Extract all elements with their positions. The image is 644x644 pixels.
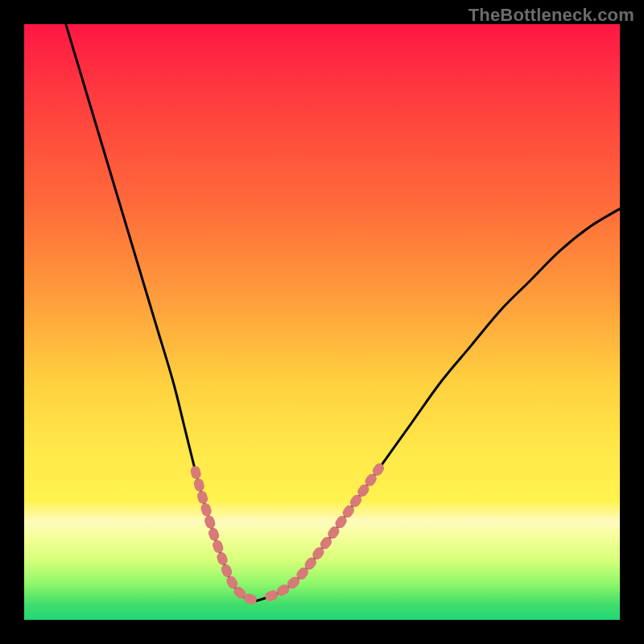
- plot-area: [24, 24, 620, 620]
- highlight-dash: [192, 477, 205, 493]
- highlight-dash: [207, 526, 220, 542]
- highlight-dash: [204, 514, 217, 530]
- highlight-dash: [200, 502, 213, 518]
- watermark-text: TheBottleneck.com: [469, 5, 634, 26]
- chart-frame: TheBottleneck.com: [0, 0, 644, 644]
- highlight-dash: [189, 465, 202, 481]
- highlight-dash: [196, 490, 209, 506]
- highlight-dash: [216, 551, 229, 566]
- bottleneck-curve: [24, 24, 620, 620]
- highlight-dash: [211, 539, 225, 554]
